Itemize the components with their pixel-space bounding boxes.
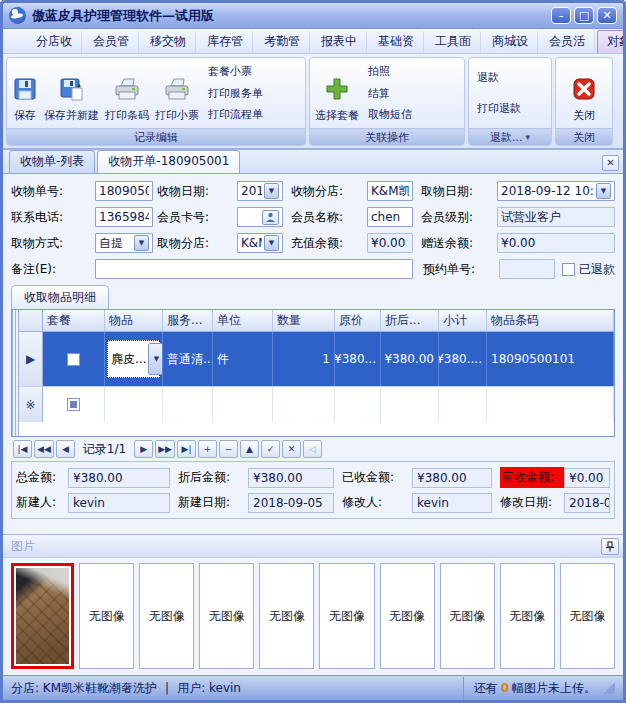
col-header-subtotal[interactable]: 小计 — [439, 310, 487, 331]
member-name-field[interactable]: chen — [367, 207, 413, 227]
print-barcode-button[interactable]: 打印条码 — [103, 60, 151, 126]
splitter-stripes[interactable] — [12, 310, 19, 436]
receipt-no-field[interactable]: 18090500 — [95, 181, 153, 201]
remark-field[interactable] — [95, 259, 413, 279]
thumbnail-empty[interactable]: 无图像 — [259, 563, 314, 669]
item-dropdown-editor[interactable]: 麂皮... ▼ — [107, 340, 160, 378]
chevron-down-icon[interactable]: ▼ — [264, 183, 279, 199]
package-checkbox-new[interactable] — [67, 398, 80, 411]
nav-post-button[interactable]: ✓ — [261, 440, 280, 458]
nav-first-button[interactable]: |◀ — [13, 440, 32, 458]
menu-tab-tools[interactable]: 工具面 — [426, 31, 481, 53]
col-header-disc-price[interactable]: 折后... — [381, 310, 439, 331]
refund-button[interactable]: 退款 — [474, 68, 524, 87]
thumbnail-empty[interactable]: 无图像 — [560, 563, 615, 669]
thumbnail-photo-selected[interactable] — [11, 563, 74, 669]
maximize-button[interactable]: □ — [574, 7, 594, 24]
nav-delete-button[interactable]: − — [219, 440, 238, 458]
menu-tab-inventory[interactable]: 库存管 — [198, 31, 253, 53]
member-lookup-button[interactable] — [262, 210, 279, 225]
booking-no-label: 预约单号: — [413, 261, 499, 278]
detail-section-tab[interactable]: 收取物品明细 — [11, 285, 109, 309]
select-package-button[interactable]: 选择套餐 — [313, 60, 361, 126]
menu-tab-object-active[interactable]: 对象管 — [597, 30, 626, 53]
member-card-field[interactable] — [237, 207, 283, 227]
thumbnail-empty[interactable]: 无图像 — [79, 563, 134, 669]
col-header-unit[interactable]: 单位 — [213, 310, 273, 331]
take-photo-button[interactable]: 拍照 — [365, 62, 415, 81]
menu-tab-member[interactable]: 会员管 — [84, 31, 139, 53]
creator-field: kevin — [68, 493, 170, 513]
tab-close-button[interactable]: ✕ — [602, 155, 619, 171]
grid-new-row[interactable]: ※ — [19, 386, 614, 422]
thumbnail-empty[interactable]: 无图像 — [440, 563, 495, 669]
receipt-branch-field[interactable]: K&M凯米 — [367, 181, 413, 201]
col-header-orig-price[interactable]: 原价 — [335, 310, 381, 331]
cell-qty[interactable]: 1 — [273, 332, 335, 386]
nav-next-page-button[interactable]: ▶▶ — [155, 440, 175, 458]
menu-tab-member-activity[interactable]: 会员活 — [540, 31, 595, 53]
close-form-button[interactable]: 关闭 — [569, 60, 599, 126]
tab-receipt-open-active[interactable]: 收物开单-180905001 — [97, 150, 240, 173]
package-receipt-button[interactable]: 套餐小票 — [205, 62, 266, 81]
pickup-method-field[interactable]: 自提▼ — [95, 233, 153, 253]
nav-prev-button[interactable]: ◀ — [56, 440, 75, 458]
chevron-down-icon[interactable]: ▼ — [148, 343, 163, 375]
menu-tab-mall[interactable]: 商城设 — [483, 31, 538, 53]
chevron-down-icon[interactable]: ▼ — [264, 235, 279, 251]
thumbnail-empty[interactable]: 无图像 — [199, 563, 254, 669]
save-button[interactable]: 保存 — [10, 60, 40, 126]
col-header-package[interactable]: 套餐 — [43, 310, 105, 331]
phone-field[interactable]: 1365984 — [95, 207, 153, 227]
thumbnail-empty[interactable]: 无图像 — [319, 563, 374, 669]
chevron-down-icon[interactable]: ▼ — [596, 183, 611, 199]
nav-prev-page-button[interactable]: ◀◀ — [34, 440, 54, 458]
nav-insert-button[interactable]: + — [198, 440, 217, 458]
pickup-branch-field[interactable]: K&M▼ — [237, 233, 283, 253]
package-checkbox[interactable] — [67, 353, 80, 366]
cell-unit[interactable]: 件 — [213, 332, 273, 386]
receipt-date-field[interactable]: 2018▼ — [237, 181, 283, 201]
cell-service[interactable]: 普通清... — [163, 332, 213, 386]
settle-button[interactable]: 结算 — [365, 84, 415, 103]
cell-barcode[interactable]: 18090500101 — [487, 332, 614, 386]
cell-disc-price[interactable]: ¥380.00 — [381, 332, 439, 386]
print-refund-button[interactable]: 打印退款 — [474, 99, 524, 118]
save-and-new-button[interactable]: 保存并新建 — [42, 60, 101, 126]
close-button[interactable]: ✕ — [597, 7, 617, 24]
grid-row-selected[interactable]: ▶ 麂皮... ▼ 普通清... 件 1 ¥380... ¥380.00 ¥38… — [19, 332, 614, 386]
nav-edit-button[interactable]: ▲ — [240, 440, 259, 458]
col-header-qty[interactable]: 数量 — [273, 310, 335, 331]
modifier-label: 修改人: — [342, 494, 412, 511]
menu-tab-branch-receive[interactable]: 分店收 — [27, 31, 82, 53]
nav-next-button[interactable]: ▶ — [134, 440, 153, 458]
minimize-button[interactable]: – — [551, 7, 571, 24]
chevron-down-icon[interactable]: ▼ — [134, 235, 149, 251]
thumbnail-empty[interactable]: 无图像 — [380, 563, 435, 669]
nav-last-button[interactable]: ▶| — [177, 440, 196, 458]
tab-receipt-list[interactable]: 收物单-列表 — [9, 150, 95, 173]
resize-grip[interactable] — [603, 682, 615, 694]
thumbnail-empty[interactable]: 无图像 — [139, 563, 194, 669]
print-flow-slip-button[interactable]: 打印流程单 — [205, 105, 266, 124]
refunded-checkbox[interactable] — [562, 263, 575, 276]
pending-upload-text: 还有 — [474, 680, 498, 697]
nav-cancel-button[interactable]: ✕ — [282, 440, 301, 458]
col-header-service[interactable]: 服务... — [163, 310, 213, 331]
print-receipt-button[interactable]: 打印小票 — [153, 60, 201, 126]
menu-tab-basic-data[interactable]: 基础资 — [369, 31, 424, 53]
thumbnail-empty[interactable]: 无图像 — [500, 563, 555, 669]
menu-tab-transfer[interactable]: 移交物 — [141, 31, 196, 53]
print-service-slip-button[interactable]: 打印服务单 — [205, 84, 266, 103]
col-header-item[interactable]: 物品 — [105, 310, 163, 331]
cell-subtotal[interactable]: ¥380.... — [439, 332, 487, 386]
pin-button[interactable] — [601, 538, 619, 555]
menu-tab-attendance[interactable]: 考勤管 — [255, 31, 310, 53]
pickup-date-field[interactable]: 2018-09-12 10:▼ — [497, 181, 615, 201]
col-header-barcode[interactable]: 物品条码 — [487, 310, 614, 331]
ribbon-group-label[interactable]: 退款... ▾ — [469, 128, 551, 145]
pickup-sms-button[interactable]: 取物短信 — [365, 105, 415, 124]
cell-orig-price[interactable]: ¥380... — [335, 332, 381, 386]
menu-tab-reports[interactable]: 报表中 — [312, 31, 367, 53]
grid-corner-cell — [19, 310, 43, 331]
